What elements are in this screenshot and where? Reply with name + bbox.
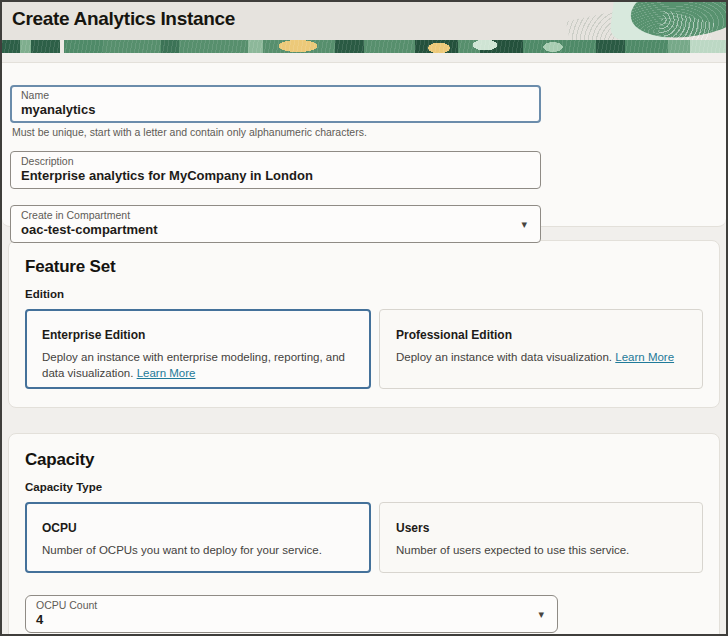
edition-group-label: Edition (25, 288, 703, 300)
name-field[interactable]: Name myanalytics (10, 85, 541, 123)
professional-edition-description-text: Deploy an instance with data visualizati… (396, 351, 612, 363)
professional-learn-more-link[interactable]: Learn More (615, 351, 674, 363)
enterprise-learn-more-link[interactable]: Learn More (137, 367, 196, 379)
enterprise-edition-card[interactable]: Enterprise Edition Deploy an instance wi… (25, 309, 371, 389)
users-card-title: Users (396, 521, 686, 535)
capacity-heading: Capacity (25, 450, 703, 470)
professional-edition-card[interactable]: Professional Edition Deploy an instance … (379, 309, 703, 389)
users-card-description: Number of users expected to use this ser… (396, 542, 686, 558)
ocpu-count-value: 4 (36, 612, 547, 628)
ocpu-card-title: OCPU (42, 521, 354, 535)
description-field-label: Description (21, 155, 530, 168)
enterprise-edition-description: Deploy an instance with enterprise model… (42, 349, 354, 381)
capacity-panel: Capacity Capacity Type OCPU Number of OC… (8, 433, 720, 636)
feature-set-panel: Feature Set Edition Enterprise Edition D… (8, 240, 720, 408)
compartment-select-value: oac-test-compartment (21, 222, 530, 238)
ocpu-count-select[interactable]: OCPU Count 4 ▾ (25, 595, 558, 633)
professional-edition-title: Professional Edition (396, 328, 686, 342)
edition-card-row: Enterprise Edition Deploy an instance wi… (25, 309, 703, 389)
professional-edition-description: Deploy an instance with data visualizati… (396, 349, 686, 365)
header: Create Analytics Instance (2, 2, 726, 40)
name-helper-text: Must be unique, start with a letter and … (12, 126, 718, 138)
enterprise-edition-title: Enterprise Edition (42, 328, 354, 342)
name-field-value: myanalytics (21, 102, 530, 118)
name-field-label: Name (21, 89, 530, 102)
ocpu-card[interactable]: OCPU Number of OCPUs you want to deploy … (25, 502, 371, 573)
banner-artwork (2, 40, 726, 53)
instance-details-panel: Name myanalytics Must be unique, start w… (2, 62, 726, 227)
users-card[interactable]: Users Number of users expected to use th… (379, 502, 703, 573)
feature-set-heading: Feature Set (25, 257, 703, 277)
page-title: Create Analytics Instance (12, 8, 235, 30)
create-analytics-instance-window: Create Analytics Instance Name myanalyti… (0, 0, 728, 640)
description-field-value: Enterprise analytics for MyCompany in Lo… (21, 168, 530, 184)
description-field[interactable]: Description Enterprise analytics for MyC… (10, 151, 541, 189)
capacity-type-group-label: Capacity Type (25, 481, 703, 493)
compartment-select[interactable]: Create in Compartment oac-test-compartme… (10, 205, 541, 243)
ocpu-card-description: Number of OCPUs you want to deploy for y… (42, 542, 354, 558)
capacity-card-row: OCPU Number of OCPUs you want to deploy … (25, 502, 703, 573)
window-frame: Create Analytics Instance Name myanalyti… (0, 0, 728, 636)
ocpu-count-label: OCPU Count (36, 599, 547, 612)
compartment-select-label: Create in Compartment (21, 209, 530, 222)
